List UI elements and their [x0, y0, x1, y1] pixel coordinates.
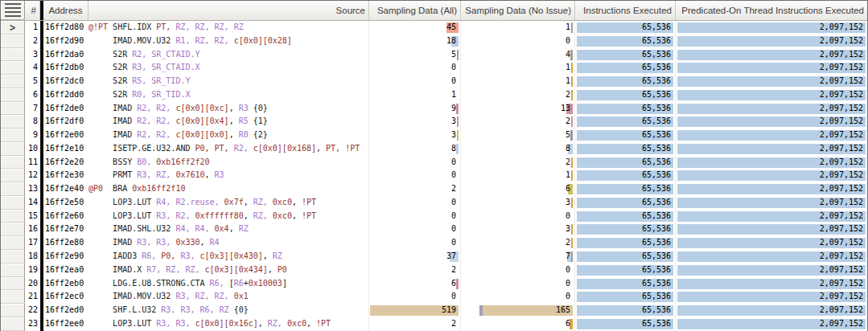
- table-row[interactable]: 1616ff2e70 IMAD.SHL.U32 R4, R4, 0x4, RZ0…: [1, 223, 867, 236]
- table-row[interactable]: 1216ff2e30 PRMT R3, RZ, 0x7610, R30165,5…: [1, 169, 867, 182]
- table-row[interactable]: 616ff2dd0 S2R R0, SR_TID.X1265,5362,097,…: [1, 88, 867, 102]
- table-row[interactable]: 2016ff2eb0 LDG.E.U8.STRONG.CTA R6, [R6+0…: [1, 277, 867, 291]
- sampling-bar-segment: [571, 251, 573, 262]
- sampling-all-cell: 9: [369, 102, 461, 116]
- table-row[interactable]: 1416ff2e50 LOP3.LUT R4, R2.reuse, 0x7f, …: [1, 196, 867, 210]
- instructions-executed-value: 65,536: [642, 22, 671, 31]
- row-number: 22: [25, 304, 40, 317]
- source-token: RZ,: [253, 198, 273, 206]
- table-row[interactable]: 1716ff2e80 IMAD R3, R3, 0x330, R40265,53…: [1, 236, 867, 250]
- predicated-instructions-value: 2,097,152: [820, 184, 863, 193]
- gutter-menu-button[interactable]: [1, 1, 25, 20]
- source-token: 0xc0: [273, 198, 292, 206]
- sampling-all-cell: 8: [369, 142, 461, 156]
- sampling-no-issue-cell: 13: [461, 102, 575, 116]
- column-header-source[interactable]: Source: [88, 1, 369, 20]
- instructions-executed-value: 65,536: [642, 224, 671, 233]
- address-cell: 16ff2ed0: [43, 304, 88, 317]
- table-row[interactable]: >116ff2d80@!PT SHFL.IDX PT, RZ, RZ, RZ, …: [1, 21, 867, 35]
- source-token: 0x1: [234, 292, 249, 300]
- table-row[interactable]: 1316ff2e40@P0 BRA 0xb16ff2f102665,5362,0…: [1, 182, 867, 196]
- column-header-number[interactable]: #: [25, 1, 40, 20]
- gutter-cell: [1, 250, 25, 264]
- gutter-cell: [1, 182, 25, 196]
- table-row[interactable]: 1816ff2e90 IADD3 R6, P0, R3, c[0x3][0x43…: [1, 250, 867, 264]
- table-row[interactable]: 716ff2de0 IMAD R2, R2, c[0x0][0xc], R3 {…: [1, 102, 867, 116]
- sampling-value: 0: [451, 292, 456, 300]
- table-header: # Address Source Sampling Data (All) Sam…: [1, 1, 867, 21]
- sampling-value: 0: [451, 76, 456, 85]
- row-number: 7: [25, 102, 40, 116]
- table-row[interactable]: 1916ff2ea0 IMAD.X R7, RZ, RZ, c[0x3][0x4…: [1, 264, 867, 277]
- row-number: 18: [25, 250, 40, 264]
- source-token: ,: [268, 265, 278, 274]
- table-row[interactable]: 2316ff2ee0 LOP3.LUT R3, R3, c[0x0][0x16c…: [1, 317, 867, 331]
- sampling-all-cell: 5: [369, 48, 461, 62]
- source-token: R3, RZ, RZ,: [175, 292, 233, 300]
- sampling-value: 6: [566, 184, 570, 193]
- source-token: ,: [200, 238, 210, 247]
- table-row[interactable]: 516ff2dc0 S2R R5, SR_TID.Y0165,5362,097,…: [1, 75, 867, 88]
- sampling-bar: [457, 130, 459, 141]
- current-line-indicator-icon: >: [10, 22, 15, 33]
- sampling-value: 9: [451, 104, 456, 112]
- predicated-instructions-value: 2,097,152: [820, 116, 863, 125]
- address-cell: 16ff2dc0: [43, 75, 88, 88]
- source-token: P0,: [161, 251, 180, 260]
- sampling-bar-segment: [571, 198, 573, 208]
- table-row[interactable]: 2216ff2ed0 SHF.L.U32 R3, R3, R6, RZ {0}5…: [1, 304, 867, 317]
- source-token: R2,: [234, 144, 253, 153]
- row-number: 21: [25, 290, 40, 304]
- table-row[interactable]: 416ff2db0 S2R R3, SR_CTAID.X0165,5362,09…: [1, 61, 867, 75]
- sampling-no-issue-cell: 2: [461, 88, 575, 102]
- table-row[interactable]: 1016ff2e10 ISETP.GE.U32.AND P0, PT, R2, …: [1, 142, 867, 156]
- sampling-value: 519: [442, 305, 456, 314]
- predicate-token: [88, 50, 113, 59]
- predicated-instructions-value: 2,097,152: [820, 251, 863, 260]
- instructions-executed-value: 65,536: [642, 144, 671, 153]
- table-row[interactable]: 2116ff2ec0 IMAD.MOV.U32 R3, RZ, RZ, 0x10…: [1, 290, 867, 304]
- source-token: P0, PT,: [195, 144, 233, 153]
- column-header-predicated-instructions[interactable]: Predicated-On Thread Instructions Execut…: [676, 1, 867, 20]
- source-cell: BSSY B0, 0xb16ff2f20: [88, 156, 369, 170]
- sampling-value: 3: [566, 224, 570, 233]
- sampling-value: 18: [446, 36, 456, 45]
- source-token: PT, !PT: [326, 144, 360, 153]
- address-cell: 16ff2df0: [43, 115, 88, 129]
- table-row[interactable]: 816ff2df0 IMAD R2, R2, c[0x0][0x4], R5 {…: [1, 115, 867, 129]
- address-cell: 16ff2d90: [43, 35, 88, 48]
- predicated-instructions-cell: 2,097,152: [676, 250, 867, 264]
- source-token: SHFL.IDX: [113, 22, 156, 31]
- sampling-bar-segment: [571, 170, 573, 181]
- predicated-instructions-cell: 2,097,152: [676, 290, 867, 304]
- source-token: ,: [244, 211, 253, 220]
- sampling-value: 1: [566, 63, 570, 72]
- source-token: IADD3: [113, 251, 142, 260]
- column-header-sampling-no-issue[interactable]: Sampling Data (No Issue): [461, 1, 575, 20]
- instructions-executed-cell: 65,536: [575, 277, 676, 291]
- table-row[interactable]: 316ff2da0 S2R R2, SR_CTAID.Y5465,5362,09…: [1, 48, 867, 62]
- sampling-all-cell: 519: [369, 304, 461, 317]
- predicated-instructions-value: 2,097,152: [820, 76, 863, 85]
- column-header-sampling-all[interactable]: Sampling Data (All): [369, 1, 461, 20]
- sampling-bar-segment: [570, 130, 573, 141]
- gutter-cell: [1, 156, 25, 170]
- table-row[interactable]: 916ff2e00 IMAD R2, R2, c[0x0][0x0], R0 {…: [1, 129, 867, 142]
- table-row[interactable]: 1116ff2e20 BSSY B0, 0xb16ff2f200265,5362…: [1, 156, 867, 170]
- predicate-token: [88, 130, 113, 139]
- sampling-bar: [570, 50, 573, 60]
- instructions-executed-value: 65,536: [642, 76, 671, 85]
- instructions-executed-value: 65,536: [642, 36, 671, 45]
- address-cell: 16ff2db0: [43, 61, 88, 75]
- source-token: 0x10003: [249, 279, 282, 288]
- table-row[interactable]: 216ff2d90 IMAD.MOV.U32 R1, RZ, RZ, c[0x0…: [1, 35, 867, 48]
- column-header-instructions-executed[interactable]: Instructions Executed: [575, 1, 676, 20]
- sampling-all-cell: 2: [369, 264, 461, 277]
- predicate-token: [88, 116, 113, 125]
- gutter-cell: [1, 35, 25, 48]
- address-cell: 16ff2e80: [43, 236, 88, 250]
- predicated-instructions-value: 2,097,152: [820, 265, 863, 274]
- table-row[interactable]: 1516ff2e60 LOP3.LUT R3, R2, 0xffffff80, …: [1, 210, 867, 223]
- sampling-bar-segment: [571, 22, 573, 33]
- column-header-address[interactable]: Address: [43, 1, 88, 20]
